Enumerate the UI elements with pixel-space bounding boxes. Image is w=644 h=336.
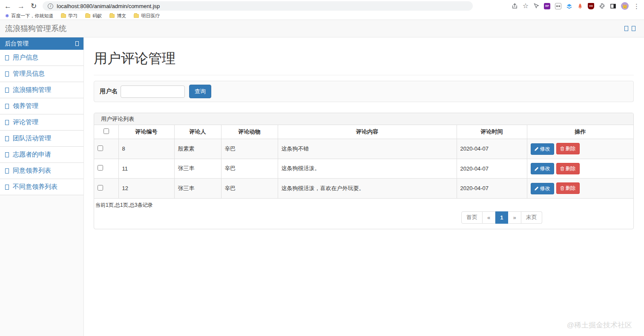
sidebar-header: 后台管理: [0, 37, 83, 50]
trash-icon: [560, 146, 564, 151]
col-header-content: 评论内容: [278, 125, 457, 139]
reload-icon[interactable]: ↻: [31, 3, 37, 10]
placeholder-icon: [5, 55, 9, 60]
delete-button[interactable]: 删除: [556, 163, 580, 174]
col-header-id: 评论编号: [118, 125, 174, 139]
table-row: 8 殷素素 辛巴 这条狗不错 2020-04-07 修改删除: [94, 139, 633, 159]
col-header-time: 评论时间: [457, 125, 527, 139]
edit-button[interactable]: 修改: [531, 183, 554, 194]
pager-last[interactable]: 末页: [521, 211, 542, 224]
bookmark-star-icon[interactable]: ☆: [523, 3, 529, 9]
cursor-extension-icon[interactable]: [533, 3, 539, 9]
axure-extension-icon[interactable]: RP: [544, 3, 550, 9]
page-title: 用户评论管理: [94, 49, 634, 68]
pager-first[interactable]: 首页: [461, 211, 483, 224]
site-navbar: 流浪猫狗管理系统: [0, 20, 644, 37]
sidebar-item-team-activity[interactable]: 团队活动管理: [0, 131, 83, 147]
pager-page-1[interactable]: 1: [495, 211, 508, 224]
placeholder-icon: [5, 152, 9, 157]
sidebar-item-comment-mgmt[interactable]: 评论管理: [0, 114, 83, 131]
row-checkbox[interactable]: [98, 185, 103, 191]
browser-menu-icon[interactable]: ⋮: [633, 3, 640, 9]
username-input[interactable]: [121, 85, 185, 98]
navbar-placeholder-icon-2[interactable]: [632, 26, 635, 31]
sidebar-item-user-info[interactable]: 用户信息: [0, 50, 83, 66]
col-header-user: 评论人: [174, 125, 221, 139]
extensions-puzzle-icon[interactable]: [599, 3, 605, 9]
folder-icon: [85, 14, 90, 18]
cell-comment-content: 这条狗很活泼，喜欢在户外玩耍。: [278, 179, 457, 199]
share-icon[interactable]: [512, 3, 518, 9]
pencil-icon: [535, 186, 539, 191]
table-row: 12 张三丰 辛巴 这条狗很活泼，喜欢在户外玩耍。 2020-04-07 修改删…: [94, 179, 633, 199]
cell-comment-user: 殷素素: [174, 139, 221, 159]
table-header-row: 评论编号 评论人 评论动物 评论内容 评论时间 操作: [94, 125, 633, 139]
address-bar[interactable]: i localhost:8080/animal/admin/comment.js…: [43, 1, 473, 11]
row-checkbox[interactable]: [98, 165, 103, 171]
comment-list-panel: 用户评论列表 评论编号 评论人 评论动物 评论内容 评论时间 操作: [94, 113, 634, 229]
cell-comment-animal: 辛巴: [221, 179, 278, 199]
cell-comment-user: 张三丰: [174, 179, 221, 199]
bookmark-folder-blog[interactable]: 博文: [109, 13, 126, 19]
browser-toolbar: ← → ↻ i localhost:8080/animal/admin/comm…: [0, 0, 644, 12]
navbar-placeholder-icon-1[interactable]: [624, 26, 628, 31]
username-label: 用户名: [100, 88, 118, 95]
goggles-extension-icon[interactable]: [555, 3, 561, 9]
cell-comment-user: 张三丰: [174, 159, 221, 179]
cell-comment-id: 11: [118, 159, 174, 179]
placeholder-icon: [5, 168, 9, 174]
cell-comment-time: 2020-04-07: [457, 179, 527, 199]
profile-avatar[interactable]: 👑: [621, 2, 629, 10]
sidebar-header-placeholder-icon: [75, 41, 79, 46]
select-all-checkbox[interactable]: [104, 128, 109, 134]
url-text[interactable]: localhost:8080/animal/admin/comment.jsp: [57, 3, 160, 9]
bookmarks-bar: ❄ 百度一下，你就知道 学习 码蚁 博文 明日医疗: [0, 12, 644, 20]
site-title: 流浪猫狗管理系统: [5, 23, 66, 34]
col-header-animal: 评论动物: [221, 125, 278, 139]
sidebar-item-rejected-list[interactable]: 不同意领养列表: [0, 179, 83, 195]
bookmark-folder-medical[interactable]: 明日医疗: [134, 13, 160, 19]
pager-prev[interactable]: «: [483, 211, 495, 224]
folder-icon: [61, 14, 66, 18]
sidebar-item-approved-list[interactable]: 同意领养列表: [0, 163, 83, 179]
forward-icon[interactable]: →: [17, 3, 25, 10]
edit-button[interactable]: 修改: [531, 143, 554, 155]
trash-icon: [560, 166, 564, 171]
placeholder-icon: [5, 88, 9, 93]
bookmark-baidu[interactable]: ❄ 百度一下，你就知道: [5, 13, 53, 19]
row-checkbox[interactable]: [98, 145, 103, 151]
placeholder-icon: [5, 185, 9, 190]
bookmark-folder-mayi[interactable]: 码蚁: [85, 13, 102, 19]
sidebar-item-volunteer-apply[interactable]: 志愿者的申请: [0, 147, 83, 163]
tree-extension-icon[interactable]: [577, 3, 583, 9]
baidu-paw-icon: ❄: [5, 13, 9, 19]
site-info-icon[interactable]: i: [48, 3, 53, 9]
cell-comment-id: 8: [118, 139, 174, 159]
pager-next[interactable]: »: [508, 211, 521, 224]
sidebar-item-admin-info[interactable]: 管理员信息: [0, 66, 83, 82]
cell-comment-animal: 辛巴: [221, 159, 278, 179]
trash-icon: [560, 186, 564, 191]
search-button[interactable]: 查询: [189, 85, 211, 98]
layers-extension-icon[interactable]: [566, 3, 572, 9]
ublock-extension-icon[interactable]: UO: [588, 3, 594, 9]
placeholder-icon: [5, 120, 9, 125]
cell-comment-content: 这条狗很活泼。: [278, 159, 457, 179]
placeholder-icon: [5, 71, 9, 77]
bookmark-folder-study[interactable]: 学习: [61, 13, 78, 19]
table-row: 11 张三丰 辛巴 这条狗很活泼。 2020-04-07 修改删除: [94, 159, 633, 179]
pagination-info: 当前1页,总1页,总3条记录: [95, 200, 632, 210]
back-icon[interactable]: ←: [4, 3, 12, 10]
delete-button[interactable]: 删除: [556, 182, 580, 194]
placeholder-icon: [5, 104, 9, 109]
edit-button[interactable]: 修改: [531, 163, 554, 174]
placeholder-icon: [5, 136, 9, 141]
search-panel: 用户名 查询: [94, 81, 634, 102]
delete-button[interactable]: 删除: [556, 143, 580, 154]
cell-comment-content: 这条狗不错: [278, 139, 457, 159]
sidebar-item-adoption-mgmt[interactable]: 领养管理: [0, 98, 83, 114]
panel-heading: 用户评论列表: [94, 113, 633, 125]
sidebar-item-stray-mgmt[interactable]: 流浪猫狗管理: [0, 82, 83, 98]
side-panel-icon[interactable]: [610, 3, 616, 9]
pagination: 首页 « 1 » 末页: [461, 211, 542, 224]
